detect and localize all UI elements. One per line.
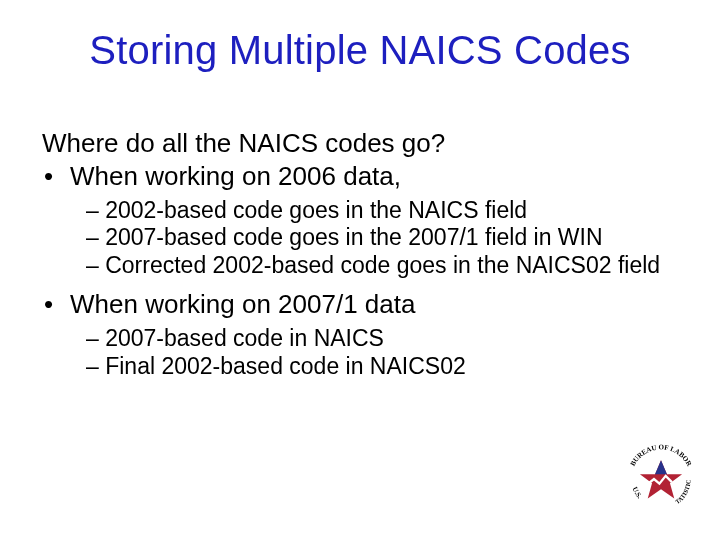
bls-logo-icon: BUREAU OF LABOR U.S. STATISTICS (622, 440, 700, 518)
slide: Storing Multiple NAICS Codes Where do al… (0, 0, 720, 540)
slide-title: Storing Multiple NAICS Codes (0, 28, 720, 73)
sub-item: 2002-based code goes in the NAICS field (42, 197, 678, 224)
intro-line: Where do all the NAICS codes go? (42, 128, 678, 159)
bullet-2007: When working on 2007/1 data (42, 289, 678, 320)
slide-body: Where do all the NAICS codes go? When wo… (42, 128, 678, 390)
logo-text-left: U.S. (631, 486, 644, 501)
bullet-2006: When working on 2006 data, (42, 161, 678, 192)
star-top-icon (655, 460, 667, 474)
svg-text:U.S.: U.S. (631, 486, 644, 501)
sub-item: Corrected 2002-based code goes in the NA… (42, 252, 678, 279)
sub-list-2007: 2007-based code in NAICS Final 2002-base… (42, 325, 678, 379)
sub-list-2006: 2002-based code goes in the NAICS field … (42, 197, 678, 278)
sub-item: 2007-based code in NAICS (42, 325, 678, 352)
sub-item: Final 2002-based code in NAICS02 (42, 353, 678, 380)
sub-item: 2007-based code goes in the 2007/1 field… (42, 224, 678, 251)
